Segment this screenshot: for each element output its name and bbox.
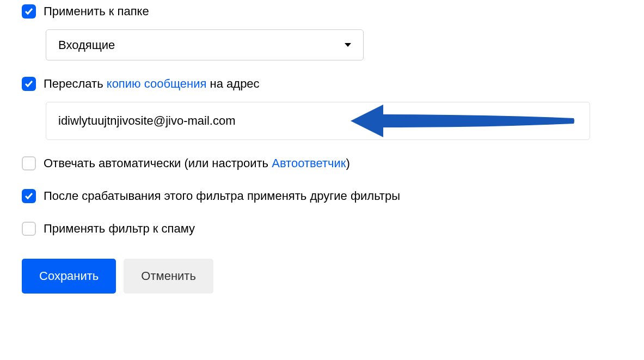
auto-reply-label-suffix: ) bbox=[346, 156, 349, 170]
check-icon bbox=[24, 80, 33, 88]
check-icon bbox=[24, 192, 33, 200]
forward-checkbox[interactable] bbox=[22, 77, 36, 91]
apply-to-spam-label: Применять фильтр к спаму bbox=[44, 221, 195, 237]
forward-email-input[interactable] bbox=[46, 102, 590, 140]
forward-label: Переслать копию сообщения на адрес bbox=[44, 76, 260, 92]
apply-to-folder-checkbox[interactable] bbox=[22, 4, 36, 19]
save-button[interactable]: Сохранить bbox=[22, 259, 116, 294]
folder-select-value: Входящие bbox=[58, 38, 115, 52]
forward-label-prefix: Переслать bbox=[44, 77, 107, 90]
auto-reply-checkbox[interactable] bbox=[22, 156, 36, 170]
cancel-button[interactable]: Отменить bbox=[124, 259, 213, 294]
copy-message-link[interactable]: копию сообщения bbox=[107, 77, 207, 90]
apply-other-filters-checkbox[interactable] bbox=[22, 189, 36, 203]
apply-other-filters-label: После срабатывания этого фильтра применя… bbox=[44, 188, 400, 204]
apply-to-spam-checkbox[interactable] bbox=[22, 222, 36, 236]
folder-select[interactable]: Входящие bbox=[46, 29, 364, 60]
check-icon bbox=[24, 7, 33, 16]
auto-reply-label: Отвечать автоматически (или настроить Ав… bbox=[44, 155, 350, 172]
forward-label-suffix: на адрес bbox=[206, 77, 259, 90]
apply-to-folder-label: Применить к папке bbox=[44, 3, 149, 20]
autoresponder-link[interactable]: Автоответчик bbox=[272, 156, 346, 170]
auto-reply-label-prefix: Отвечать автоматически (или настроить bbox=[44, 156, 272, 170]
chevron-down-icon bbox=[345, 43, 351, 47]
